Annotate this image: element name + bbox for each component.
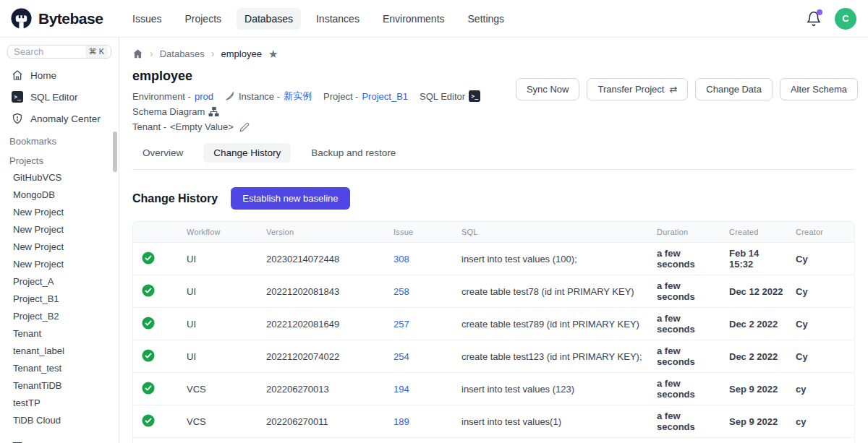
issue-link[interactable]: 308 [393, 254, 409, 264]
breadcrumb-databases[interactable]: Databases [160, 48, 205, 59]
table-row[interactable]: VCS202206270011189insert into test value… [133, 405, 854, 437]
cell-status [133, 372, 181, 405]
sidebar-project-githubvcs[interactable]: GitHubVCS [0, 168, 119, 186]
table-row[interactable]: UI20221202081843258create table test78 (… [133, 275, 854, 307]
search-input[interactable] [14, 46, 85, 57]
issue-link[interactable]: 254 [393, 351, 409, 362]
issue-link[interactable]: 258 [393, 286, 409, 297]
cell-sql: create table test789 (id int PRIMARY KEY… [456, 307, 651, 340]
sidebar-project-project-a[interactable]: Project_A [0, 272, 119, 290]
sidebar-project-tenanttidb[interactable]: TenantTiDB [0, 377, 119, 394]
sidebar-item-home[interactable]: Home [0, 64, 119, 86]
issue-link[interactable]: 194 [393, 384, 409, 395]
edit-pencil-icon[interactable] [239, 122, 250, 132]
bytebase-logo[interactable]: Bytebase [10, 7, 124, 30]
change-history-table: WorkflowVersionIssueSQLDurationCreatedCr… [132, 221, 855, 443]
sidebar-scrollbar[interactable] [113, 132, 117, 172]
cell-workflow: VCS [181, 405, 260, 437]
sidebar-project-project-b1[interactable]: Project_B1 [0, 290, 119, 307]
alter-schema-button[interactable]: Alter Schema [780, 78, 858, 100]
tab-overview[interactable]: Overview [132, 143, 193, 163]
change-history-section-header: Change History Establish new baseline [132, 187, 855, 210]
sidebar-item-archive[interactable]: Archive [0, 436, 119, 443]
chevron-right-icon: › [150, 48, 153, 59]
tenant-value: <Empty Value> [170, 121, 234, 132]
sidebar-project-tenant-label[interactable]: tenant_label [0, 342, 119, 359]
top-navigation-bar: Bytebase IssuesProjectsDatabasesInstance… [0, 0, 868, 38]
table-row[interactable]: UI20221202081649257create table test789 … [133, 307, 854, 340]
status-done-icon [142, 251, 155, 264]
instance-link[interactable]: 新实例 [284, 90, 312, 103]
sidebar-project-tidb-cloud[interactable]: TiDB Cloud [0, 411, 119, 429]
issue-link[interactable]: 189 [393, 416, 409, 427]
top-nav-environments[interactable]: Environments [375, 8, 453, 30]
user-avatar[interactable]: C [835, 8, 856, 30]
sidebar-project-tenant-test[interactable]: Tenant_test [0, 359, 119, 377]
establish-baseline-button[interactable]: Establish new baseline [231, 187, 349, 210]
cell-creator: Cy [790, 242, 854, 275]
top-nav-databases[interactable]: Databases [237, 8, 301, 30]
sidebar-project-new-project[interactable]: New Project [0, 220, 119, 238]
sidebar-project-list: GitHubVCSMongoDBNew ProjectNew ProjectNe… [0, 168, 119, 429]
sync-now-button[interactable]: Sync Now [516, 78, 580, 100]
issue-link[interactable]: 257 [393, 319, 409, 330]
table-row[interactable]: VCS202206270013194insert into test value… [133, 372, 854, 405]
sidebar-item-sql-editor[interactable]: >_ SQL Editor [0, 86, 119, 108]
sidebar-project-testtp[interactable]: testTP [0, 394, 119, 411]
search-shortcut-badge: ⌘ K [85, 46, 108, 58]
project-meta: Project - Project_B1 [323, 91, 408, 102]
top-nav-settings[interactable]: Settings [460, 8, 513, 30]
cell-issue: 189 [388, 405, 456, 437]
sidebar-project-mongodb[interactable]: MongoDB [0, 186, 119, 203]
cell-created: Feb 14 15:32 [723, 242, 790, 275]
chevron-right-icon: › [211, 48, 215, 59]
section-heading: Change History [132, 192, 218, 205]
sidebar-section-bookmarks[interactable]: Bookmarks [0, 129, 119, 149]
brand-name: Bytebase [38, 10, 103, 27]
table-row[interactable]: UI20221202074022254create table test123 … [133, 340, 854, 372]
bookmark-star-icon[interactable]: ★ [268, 48, 278, 59]
breadcrumb-home-icon[interactable] [132, 48, 143, 59]
column-header-issue: Issue [388, 222, 456, 242]
table-row[interactable]: UI20230214072448308insert into test valu… [133, 242, 854, 275]
breadcrumb-employee[interactable]: employee [221, 48, 262, 59]
top-nav-issues[interactable]: Issues [124, 8, 169, 30]
top-nav-instances[interactable]: Instances [308, 8, 367, 30]
tab-change-history[interactable]: Change History [203, 143, 291, 163]
home-icon [12, 69, 23, 81]
table-row[interactable]: VCS202206270010188insert into test value… [133, 437, 854, 443]
top-nav-projects[interactable]: Projects [176, 8, 229, 30]
cell-status [133, 437, 181, 443]
sql-editor-shortcut[interactable]: SQL Editor >_ [420, 90, 480, 102]
sidebar-item-anomaly-center[interactable]: Anomaly Center [0, 108, 119, 129]
project-link[interactable]: Project_B1 [362, 91, 408, 102]
sidebar-section-projects[interactable]: Projects [0, 149, 119, 168]
sidebar-project-project-b2[interactable]: Project_B2 [0, 307, 119, 324]
top-nav-links: IssuesProjectsDatabasesInstancesEnvironm… [124, 8, 512, 30]
sidebar-project-new-project[interactable]: New Project [0, 203, 119, 220]
sidebar-project-tenant[interactable]: Tenant [0, 324, 119, 342]
search-box[interactable]: ⌘ K [7, 45, 111, 59]
transfer-project-button[interactable]: Transfer Project⇄ [587, 78, 688, 100]
terminal-icon: >_ [469, 90, 480, 102]
change-data-button[interactable]: Change Data [695, 78, 773, 100]
schema-diagram-shortcut[interactable]: Schema Diagram [132, 106, 219, 117]
cell-created: Sep 9 2022 [723, 405, 790, 437]
column-header-version: Version [260, 222, 388, 242]
cell-issue: 258 [388, 275, 456, 307]
cell-workflow: UI [181, 307, 260, 340]
environment-link[interactable]: prod [195, 91, 213, 102]
cell-issue: 257 [388, 307, 456, 340]
cell-version: 202206270013 [260, 372, 388, 405]
tab-backup-and-restore[interactable]: Backup and restore [301, 143, 406, 163]
cell-workflow: VCS [181, 437, 260, 443]
cell-duration: a few seconds [651, 340, 723, 372]
cell-status [133, 242, 181, 275]
sidebar-project-new-project[interactable]: New Project [0, 255, 119, 272]
cell-duration: a few seconds [651, 275, 723, 307]
sidebar-project-new-project[interactable]: New Project [0, 238, 119, 255]
tenant-meta-row: Tenant - <Empty Value> [132, 121, 559, 132]
notifications-bell-icon[interactable] [806, 11, 822, 27]
cell-creator: Cy [790, 340, 854, 372]
status-done-icon [142, 349, 155, 362]
